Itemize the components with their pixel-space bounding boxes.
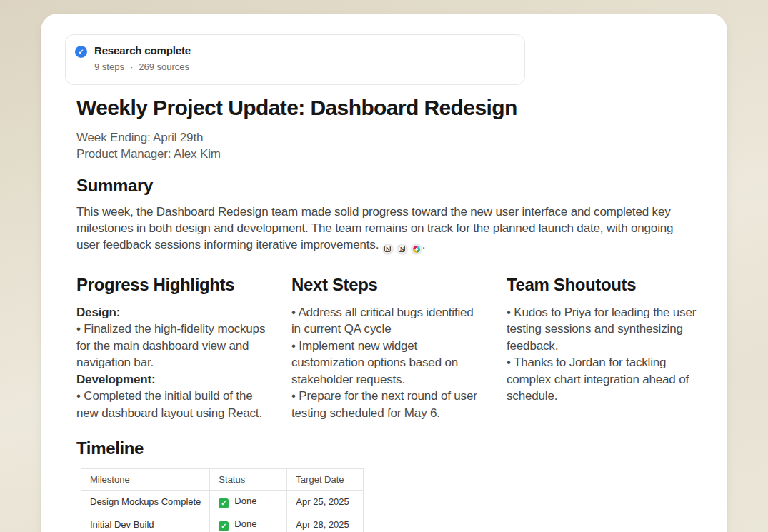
bullet-item: • Thanks to Jordan for tackling complex … [507, 354, 698, 405]
bullet-item: • Address all critical bugs identified i… [291, 304, 483, 338]
research-status-title: Research complete [94, 44, 191, 56]
done-check-icon: ✓ [219, 521, 229, 531]
milestone-cell: Initial Dev Build [81, 513, 210, 532]
document-card: ✓ Research complete 9 steps · 269 source… [41, 14, 727, 532]
sources-count: 269 sources [139, 61, 189, 72]
bullet-item: • Finalized the high-fidelity mockups fo… [76, 321, 268, 371]
column-heading: Progress Highlights [76, 275, 268, 295]
column-progress-highlights: Progress HighlightsDesign:• Finalized th… [76, 275, 268, 422]
column-label: Design: [76, 304, 268, 321]
column-body: • Address all critical bugs identified i… [291, 304, 483, 422]
notion-source-icon[interactable]: N [397, 244, 408, 255]
column-heading: Team Shoutouts [507, 275, 698, 295]
column-header-target-date: Target Date [287, 469, 364, 491]
notion-n-glyph: N [399, 246, 405, 252]
bullet-item: • Implement new widget customization opt… [291, 338, 483, 388]
timeline-heading: Timeline [76, 438, 698, 458]
summary-paragraph: This week, the Dashboard Redesign team m… [76, 204, 680, 255]
meta-product-manager: Product Manager: Alex Kim [76, 146, 698, 162]
summary-text: This week, the Dashboard Redesign team m… [76, 205, 673, 251]
column-header-status: Status [210, 469, 287, 491]
bullet-item: • Completed the initial build of the new… [76, 388, 268, 421]
bullet-item: • Prepare for the next round of user tes… [291, 388, 483, 421]
table-row: Initial Dev Build✓DoneApr 28, 2025 [81, 513, 364, 532]
page-title: Weekly Project Update: Dashboard Redesig… [76, 96, 698, 120]
highlight-columns: Progress HighlightsDesign:• Finalized th… [76, 275, 698, 422]
dot-separator: · [130, 61, 133, 72]
done-check-icon: ✓ [219, 498, 229, 508]
timeline-table: MilestoneStatusTarget Date Design Mockup… [81, 468, 364, 532]
milestone-cell: Design Mockups Complete [81, 491, 210, 513]
research-status-subtitle: 9 steps · 269 sources [94, 61, 191, 72]
bullet-item: • Kudos to Priya for leading the user te… [507, 304, 698, 355]
research-status-text: Research complete 9 steps · 269 sources [94, 44, 191, 72]
column-label: Development: [76, 371, 268, 388]
status-cell: ✓Done [210, 491, 287, 513]
target-date-cell: Apr 28, 2025 [287, 513, 364, 532]
timeline-table-body: Design Mockups Complete✓DoneApr 25, 2025… [81, 491, 364, 532]
timeline-header-row: MilestoneStatusTarget Date [81, 469, 364, 491]
summary-trailing-period: . [422, 238, 426, 251]
citation-badges: NN [382, 244, 422, 255]
doc-meta: Week Ending: April 29th Product Manager:… [76, 129, 698, 162]
notion-source-icon[interactable]: N [382, 244, 394, 255]
table-row: Design Mockups Complete✓DoneApr 25, 2025 [81, 491, 364, 513]
column-heading: Next Steps [291, 275, 483, 295]
slack-source-icon[interactable] [411, 244, 422, 255]
slack-glyph [413, 246, 420, 253]
timeline-table-head: MilestoneStatusTarget Date [81, 469, 364, 491]
meta-week-ending: Week Ending: April 29th [76, 129, 698, 146]
column-header-milestone: Milestone [81, 469, 210, 491]
column-body: • Kudos to Priya for leading the user te… [507, 304, 698, 405]
status-cell: ✓Done [210, 513, 287, 532]
summary-heading: Summary [76, 176, 698, 196]
steps-count: 9 steps [94, 61, 124, 72]
column-next-steps: Next Steps• Address all critical bugs id… [291, 275, 483, 422]
desktop-background: { "colors": { "accent_blue": "#2f7ceb", … [0, 0, 768, 532]
column-body: Design:• Finalized the high-fidelity moc… [76, 304, 268, 422]
check-circle-icon: ✓ [75, 46, 87, 58]
column-team-shoutouts: Team Shoutouts• Kudos to Priya for leadi… [507, 275, 698, 422]
target-date-cell: Apr 25, 2025 [287, 491, 364, 513]
research-status-card[interactable]: ✓ Research complete 9 steps · 269 source… [65, 34, 525, 85]
notion-n-glyph: N [384, 246, 391, 252]
